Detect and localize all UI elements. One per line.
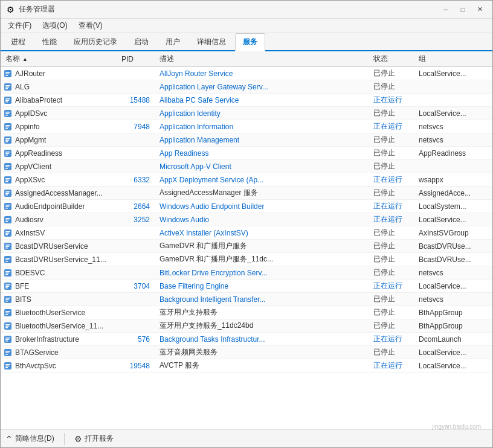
cell-desc: Background Intelligent Transfer...	[155, 294, 369, 305]
svg-rect-3	[5, 75, 8, 76]
cell-pid	[121, 325, 155, 327]
menu-options[interactable]: 选项(O)	[37, 19, 72, 32]
table-row[interactable]: AppVClient Microsoft App-V Client 已停止	[1, 160, 492, 173]
cell-group: LocalService...	[414, 347, 492, 358]
cell-desc: 蓝牙用户支持服务	[155, 306, 369, 319]
table-row[interactable]: AssignedAccessManager... AssignedAccessM…	[1, 187, 492, 200]
table-row[interactable]: Appinfo 7948 Application Information 正在运…	[1, 120, 492, 133]
status-bar: ⌃ 简略信息(D) ⚙ 打开服务	[1, 429, 492, 447]
cell-group: LocalService...	[414, 360, 492, 371]
table-body[interactable]: AJRouter AllJoyn Router Service 已停止 Loca…	[1, 67, 492, 429]
close-button[interactable]: ✕	[472, 4, 488, 16]
col-header-group[interactable]: 组	[414, 54, 492, 64]
cell-desc: Background Tasks Infrastructur...	[155, 334, 369, 345]
table-row[interactable]: AJRouter AllJoyn Router Service 已停止 Loca…	[1, 67, 492, 80]
tab-details[interactable]: 详细信息	[189, 33, 234, 50]
table-row[interactable]: Audiosrv 3252 Windows Audio 正在运行 LocalSe…	[1, 213, 492, 226]
cell-pid: 3252	[121, 214, 155, 225]
service-icon	[3, 295, 13, 304]
cell-desc: Application Layer Gateway Serv...	[155, 82, 369, 92]
cell-name: AudioEndpointBuilder	[1, 200, 121, 213]
brief-info-button[interactable]: ⌃ 简略信息(D)	[5, 434, 54, 444]
table-row[interactable]: AppReadiness App Readiness 已停止 AppReadin…	[1, 147, 492, 160]
tab-app-history[interactable]: 应用历史记录	[66, 33, 125, 50]
table-row[interactable]: BcastDVRUserService GameDVR 和广播用户服务 已停止 …	[1, 240, 492, 253]
table-row[interactable]: BTAGService 蓝牙音频网关服务 已停止 LocalService...	[1, 346, 492, 359]
svg-rect-75	[5, 314, 8, 315]
table-row[interactable]: ALG Application Layer Gateway Serv... 已停…	[1, 80, 492, 94]
cell-pid	[121, 272, 155, 274]
cell-pid	[121, 312, 155, 314]
table-row[interactable]: BDESVC BitLocker Drive Encryption Serv..…	[1, 266, 492, 280]
minimize-button[interactable]: ─	[438, 4, 454, 16]
svg-rect-74	[5, 312, 9, 313]
cell-status: 正在运行	[369, 280, 414, 292]
col-header-pid[interactable]: PID	[121, 55, 155, 63]
tab-services[interactable]: 服务	[235, 33, 265, 51]
cell-status: 正在运行	[369, 94, 414, 106]
col-header-name[interactable]: 名称 ▲	[1, 54, 121, 64]
svg-rect-18	[5, 126, 9, 127]
table-row[interactable]: AppXSvc 6332 AppX Deployment Service (Ap…	[1, 173, 492, 187]
tab-performance[interactable]: 性能	[34, 33, 65, 50]
table-row[interactable]: BITS Background Intelligent Transfer... …	[1, 293, 492, 306]
menu-view[interactable]: 查看(V)	[74, 19, 108, 32]
svg-rect-77	[5, 324, 10, 325]
table-row[interactable]: AlibabaProtect 15488 Alibaba PC Safe Ser…	[1, 94, 492, 107]
service-icon	[3, 281, 13, 291]
table-row[interactable]: BrokerInfrastructure 576 Background Task…	[1, 333, 492, 346]
svg-rect-17	[5, 125, 10, 126]
table-row[interactable]: AudioEndpointBuilder 2664 Windows Audio …	[1, 200, 492, 213]
svg-rect-61	[5, 271, 10, 272]
cell-group: LocalSystem...	[414, 201, 492, 212]
service-icon	[3, 334, 13, 344]
cell-status: 正在运行	[369, 213, 414, 226]
svg-rect-65	[5, 284, 10, 286]
col-header-status[interactable]: 状态	[369, 54, 414, 64]
cell-desc: App Readiness	[155, 148, 369, 159]
cell-desc: Application Identity	[155, 108, 369, 119]
svg-rect-11	[5, 101, 8, 103]
svg-rect-47	[5, 221, 8, 222]
table-row[interactable]: AppIDSvc Application Identity 已停止 LocalS…	[1, 107, 492, 120]
cell-name: AxInstSV	[1, 227, 121, 239]
cell-group: netsvcs	[414, 294, 492, 305]
cell-pid: 576	[121, 334, 155, 345]
table-row[interactable]: AppMgmt Application Management 已停止 netsv…	[1, 133, 492, 147]
service-icon	[3, 215, 13, 225]
table-row[interactable]: BFE 3704 Base Filtering Engine 正在运行 Loca…	[1, 280, 492, 293]
cell-status: 已停止	[369, 306, 414, 319]
table-row[interactable]: BluetoothUserService_11... 蓝牙用户支持服务_11dc…	[1, 319, 492, 333]
svg-rect-49	[5, 231, 10, 232]
svg-rect-42	[5, 206, 9, 207]
table-row[interactable]: BcastDVRUserService_11... GameDVR 和广播用户服…	[1, 253, 492, 266]
cell-name: Audiosrv	[1, 214, 121, 226]
svg-rect-7	[5, 88, 8, 89]
table-header: 名称 ▲ PID 描述 状态 组	[1, 51, 492, 67]
svg-rect-53	[5, 245, 10, 246]
table-row[interactable]: BluetoothUserService 蓝牙用户支持服务 已停止 BthApp…	[1, 306, 492, 319]
cell-group: AxInstSVGroup	[414, 228, 492, 238]
service-icon	[3, 202, 13, 211]
svg-rect-83	[5, 341, 8, 342]
table-row[interactable]: AxInstSV ActiveX Installer (AxInstSV) 已停…	[1, 226, 492, 240]
tab-users[interactable]: 用户	[158, 33, 188, 50]
cell-group	[414, 86, 492, 88]
cell-desc: Base Filtering Engine	[155, 281, 369, 292]
table-row[interactable]: BthAvctpSvc 19548 AVCTP 服务 正在运行 LocalSer…	[1, 359, 492, 373]
cell-name: ALG	[1, 81, 121, 93]
tab-startup[interactable]: 启动	[126, 33, 156, 50]
service-icon	[3, 135, 13, 145]
col-header-desc[interactable]: 描述	[155, 54, 369, 64]
open-services-button[interactable]: ⚙ 打开服务	[74, 434, 114, 444]
sort-arrow-icon: ▲	[22, 56, 28, 62]
cell-name: AssignedAccessManager...	[1, 187, 121, 199]
cell-group: netsvcs	[414, 267, 492, 278]
cell-desc: GameDVR 和广播用户服务_11dc...	[155, 253, 369, 266]
app-icon: ⚙	[5, 5, 15, 14]
menu-file[interactable]: 文件(F)	[3, 19, 36, 32]
maximize-button[interactable]: □	[455, 4, 471, 16]
svg-rect-81	[5, 338, 10, 339]
tab-process[interactable]: 进程	[3, 33, 33, 50]
cell-desc: Alibaba PC Safe Service	[155, 95, 369, 106]
